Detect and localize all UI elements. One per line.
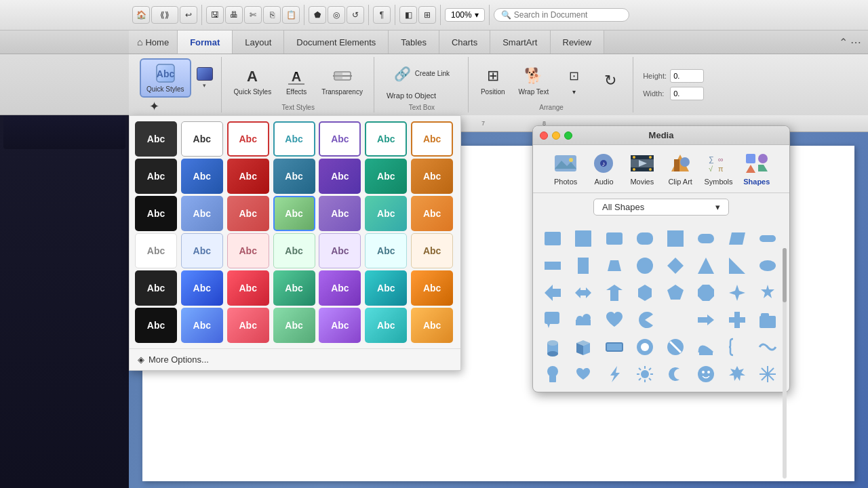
toolbar-icon-11[interactable]: ↺ (347, 6, 364, 24)
shape-rt-triangle[interactable] (724, 253, 750, 278)
toolbar-icon-8[interactable]: 📋 (282, 6, 300, 24)
nav-tab-layout[interactable]: Layout (233, 30, 284, 54)
shape-star6[interactable] (724, 362, 750, 386)
nav-tab-smartart[interactable]: SmartArt (490, 30, 550, 54)
toolbar-icon-13[interactable]: ◧ (399, 6, 417, 24)
width-input[interactable] (670, 87, 704, 100)
shape-badge[interactable] (540, 362, 566, 386)
style-cell-1-4[interactable]: Abc (273, 121, 315, 157)
search-box[interactable]: 🔍 (494, 8, 629, 22)
search-input[interactable] (514, 10, 622, 20)
shape-arrow-3[interactable] (601, 281, 627, 305)
transparency-button[interactable]: Transparency (316, 62, 368, 99)
shape-callout[interactable] (540, 308, 566, 332)
shape-pentagon[interactable] (663, 281, 688, 305)
style-cell-2-1[interactable]: Abc (135, 159, 177, 194)
media-tab-symbols[interactable]: ∑ ∞ √ π Symbols (701, 152, 735, 186)
style-cell-6-5[interactable]: Abc (319, 308, 361, 343)
shape-rect-7[interactable] (540, 253, 566, 278)
traffic-light-green[interactable] (564, 131, 572, 140)
rotate-button[interactable]: ↻ (593, 67, 627, 94)
media-tab-shapes[interactable]: Shapes (740, 152, 774, 186)
traffic-light-red[interactable] (540, 131, 548, 140)
shape-snowflake[interactable] (755, 362, 781, 386)
shape-rect-9[interactable] (601, 335, 627, 359)
shape-moon[interactable] (663, 362, 688, 386)
shape-sun[interactable] (632, 362, 658, 386)
style-cell-4-5[interactable]: Abc (319, 233, 361, 268)
shape-rect-8[interactable] (570, 253, 596, 278)
shape-pacman[interactable] (632, 308, 658, 332)
style-cell-3-4[interactable]: Abc (273, 196, 315, 231)
position-button[interactable]: ⊞ Position (475, 62, 511, 99)
shape-rect-1[interactable] (540, 226, 566, 251)
shape-block-arrow[interactable] (693, 308, 719, 332)
collapse-ribbon-button[interactable]: ⌃ (839, 36, 848, 49)
shape-hexagon[interactable] (632, 281, 658, 305)
shape-arc[interactable] (693, 335, 719, 359)
shape-brace[interactable] (724, 335, 750, 359)
style-cell-1-1[interactable]: Abc (135, 121, 177, 157)
style-cell-5-2[interactable]: Abc (181, 270, 223, 306)
shape-wave[interactable] (755, 335, 781, 359)
shape-arrow-2[interactable] (570, 281, 596, 305)
toolbar-icon-2[interactable]: ⟪⟫ (151, 6, 178, 24)
style-cell-3-6[interactable]: Abc (365, 196, 407, 231)
more-options-button[interactable]: ◈ More Options... (130, 348, 460, 370)
shape-rect-2[interactable] (570, 226, 596, 251)
style-cell-4-1[interactable]: Abc (135, 233, 177, 268)
toolbar-icon-9[interactable]: ⬟ (309, 6, 326, 24)
style-cell-4-3[interactable]: Abc (227, 233, 269, 268)
style-cell-6-4[interactable]: Abc (273, 308, 315, 343)
all-shapes-dropdown[interactable]: All Shapes ▾ (593, 199, 729, 216)
shape-cube[interactable] (570, 335, 596, 359)
scrollbar-thumb[interactable] (783, 248, 787, 302)
create-link-button[interactable]: 🔗 Create Link (381, 63, 462, 85)
shape-trapezoid[interactable] (601, 253, 627, 278)
shape-star5[interactable] (755, 281, 781, 305)
nav-tab-format[interactable]: Format (178, 30, 233, 54)
style-cell-1-2[interactable]: Abc (181, 121, 223, 157)
nav-tab-review[interactable]: Review (551, 30, 605, 54)
shape-rect-3[interactable] (601, 226, 627, 251)
nav-tab-tables[interactable]: Tables (389, 30, 439, 54)
shape-diamond[interactable] (663, 253, 688, 278)
shape-ellipse[interactable] (755, 253, 781, 278)
style-cell-6-7[interactable]: Abc (411, 308, 453, 343)
style-cell-5-5[interactable]: Abc (319, 270, 361, 306)
style-cell-4-4[interactable]: Abc (273, 233, 315, 268)
style-cell-1-7[interactable]: Abc (411, 121, 453, 157)
media-tab-clipart[interactable]: Clip Art (663, 152, 697, 186)
toolbar-icon-7[interactable]: ⎘ (263, 6, 281, 24)
toolbar-icon-5[interactable]: 🖶 (225, 6, 243, 24)
shape-triangle[interactable] (693, 253, 719, 278)
style-cell-2-4[interactable]: Abc (273, 159, 315, 194)
style-cell-2-3[interactable]: Abc (227, 159, 269, 194)
style-cell-5-7[interactable]: Abc (411, 270, 453, 306)
style-cell-3-2[interactable]: Abc (181, 196, 223, 231)
shape-cross[interactable] (724, 308, 750, 332)
media-tab-photos[interactable]: Photos (549, 152, 583, 186)
media-tab-audio[interactable]: ♪ Audio (587, 152, 620, 186)
style-cell-3-1[interactable]: Abc (135, 196, 177, 231)
shape-octagon[interactable] (693, 281, 719, 305)
style-cell-6-1[interactable]: Abc (135, 308, 177, 343)
shape-lightning[interactable] (601, 362, 627, 386)
shape-rect-4[interactable] (663, 226, 688, 251)
style-cell-6-3[interactable]: Abc (227, 308, 269, 343)
shape-ring[interactable] (632, 335, 658, 359)
wrap-to-object-button[interactable]: Wrap to Object (381, 89, 441, 102)
style-cell-5-3[interactable]: Abc (227, 270, 269, 306)
style-cell-4-2[interactable]: Abc (181, 233, 223, 268)
traffic-light-yellow[interactable] (552, 131, 560, 140)
shape-crescent[interactable] (663, 308, 688, 332)
style-cell-6-2[interactable]: Abc (181, 308, 223, 343)
toolbar-icon-4[interactable]: 🖫 (206, 6, 224, 24)
shape-tab[interactable] (755, 308, 781, 332)
shape-rect-rounded[interactable] (632, 226, 658, 251)
zoom-control[interactable]: 100% ▾ (445, 8, 485, 22)
style-cell-3-3[interactable]: Abc (227, 196, 269, 231)
style-cell-4-6[interactable]: Abc (365, 233, 407, 268)
shape-heart2[interactable] (570, 362, 596, 386)
nav-tab-charts[interactable]: Charts (439, 30, 490, 54)
